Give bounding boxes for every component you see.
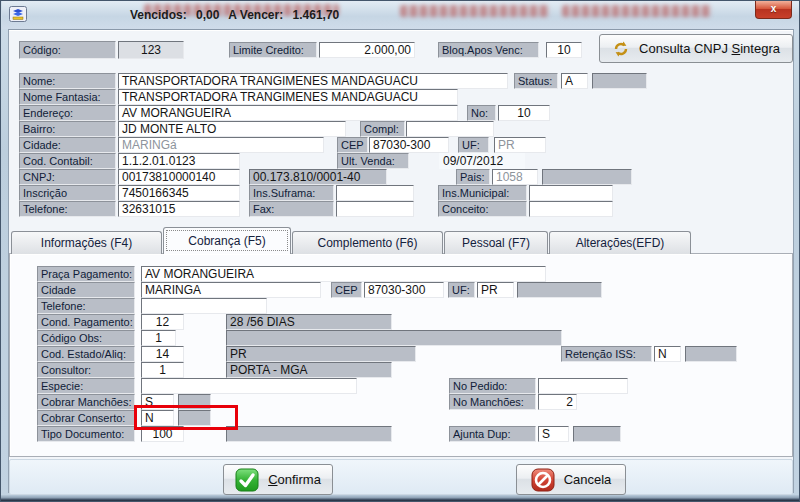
cancela-block-icon <box>531 468 555 492</box>
ins-municipal-label: Ins.Municipal: <box>438 185 527 201</box>
ajunta-dup-desc-box <box>573 426 621 442</box>
cobranca-telefone-field[interactable] <box>141 298 267 314</box>
no-manchoes-field[interactable]: 2 <box>538 394 577 410</box>
redacted-text-blur <box>562 5 712 17</box>
conceito-field[interactable] <box>529 201 613 217</box>
compl-field[interactable] <box>406 121 494 137</box>
consulta-cnpj-sintegra-button[interactable]: Consulta CNPJ Sintegra <box>599 34 793 63</box>
especie-label: Especie: <box>37 378 135 394</box>
status-label: Status: <box>514 73 558 89</box>
cond-pagamento-desc-box: 28 /56 DIAS <box>226 314 392 330</box>
inscricao-field[interactable]: 7450166345 <box>118 185 240 201</box>
bairro-label: Bairro: <box>19 121 116 137</box>
ajunta-dup-field[interactable]: S <box>538 426 569 442</box>
retencao-iss-desc-box <box>685 346 737 362</box>
cod-estado-aliq-field[interactable]: 14 <box>141 346 184 362</box>
bloq-apos-venc-field[interactable]: 10 <box>546 42 582 58</box>
ins-municipal-field[interactable] <box>529 185 613 201</box>
window-bottom-edge <box>1 495 800 501</box>
cep-label: CEP <box>337 137 368 153</box>
cobranca-uf-label: UF: <box>448 282 475 298</box>
app-window: Vencidos: 0,00 A Vencer: 1.461,70 x Códi… <box>0 0 800 502</box>
cancela-button[interactable]: Cancela <box>516 464 626 495</box>
nome-fantasia-label: Nome Fantasia: <box>19 89 116 105</box>
bloq-apos-venc-label: Bloq.Apos Venc: <box>438 42 539 58</box>
annotation-highlight-red-box <box>134 405 238 430</box>
uf-field: PR <box>494 137 546 153</box>
consultor-field[interactable]: 1 <box>141 362 184 378</box>
confirma-check-icon <box>235 468 259 492</box>
codigo-obs-desc-box <box>226 330 562 346</box>
cond-pagamento-field[interactable]: 12 <box>141 314 184 330</box>
cond-pagamento-label: Cond. Pagamento: <box>37 314 135 330</box>
praca-pagamento-field[interactable]: AV MORANGUEIRA <box>141 266 546 282</box>
cod-estado-aliq-desc-box: PR <box>226 346 416 362</box>
cidade-field: MARINGá <box>118 137 324 153</box>
tab-complemento-f6[interactable]: Complemento (F6) <box>292 231 443 254</box>
ult-venda-label: Ult. Venda: <box>337 153 409 169</box>
limite-credito-label: Limite Credito: <box>229 42 317 58</box>
endereco-label: Endereço: <box>19 105 116 121</box>
tab-informacoes-f4[interactable]: Informações (F4) <box>11 231 162 254</box>
consultor-label: Consultor: <box>37 362 135 378</box>
uf-label: UF: <box>458 137 489 153</box>
cnpj-label: CNPJ: <box>19 169 116 185</box>
conceito-label: Conceito: <box>438 201 527 217</box>
cod-contabil-field[interactable]: 1.1.2.01.0123 <box>118 153 240 169</box>
tipo-documento-desc-box <box>226 426 392 442</box>
cancela-button-label: Cancela <box>564 472 612 487</box>
close-button[interactable]: x <box>755 1 792 19</box>
ins-suframa-field[interactable] <box>336 185 414 201</box>
cod-contabil-label: Cod. Contabil: <box>19 153 116 169</box>
confirma-button-label: Confirma <box>268 472 321 487</box>
cod-estado-aliq-label: Cod. Estado/Aliq: <box>37 346 135 362</box>
cobranca-cep-label: CEP <box>331 282 362 298</box>
no-field[interactable]: 10 <box>498 105 550 121</box>
cobranca-telefone-label: Telefone: <box>37 298 135 314</box>
status-field[interactable]: A <box>561 73 588 89</box>
nome-fantasia-field[interactable]: TRANSPORTADORA TRANGIMENES MANDAGUACU <box>118 89 458 105</box>
praca-pagamento-label: Praça Pagamento: <box>37 266 135 282</box>
confirma-button[interactable]: Confirma <box>223 464 333 495</box>
redacted-text-blur <box>400 5 550 17</box>
cep-field[interactable]: 87030-300 <box>369 137 449 153</box>
tab-pessoal-f7[interactable]: Pessoal (F7) <box>444 231 548 254</box>
a-vencer-label: A Vencer: <box>228 8 283 22</box>
limite-credito-field[interactable]: 2.000,00 <box>319 42 415 58</box>
ins-suframa-label: Ins.Suframa: <box>249 185 334 201</box>
endereco-field[interactable]: AV MORANGUEIRA <box>118 105 458 121</box>
retencao-iss-field[interactable]: N <box>654 346 681 362</box>
telefone-field[interactable]: 32631015 <box>118 201 240 217</box>
status-desc-box <box>592 73 647 89</box>
footer-bar <box>9 459 793 495</box>
ajunta-dup-label: Ajunta Dup: <box>449 426 536 442</box>
codigo-field: 123 <box>118 41 184 59</box>
no-label: No: <box>467 105 496 121</box>
cobranca-cep-field[interactable]: 87030-300 <box>364 282 444 298</box>
pais-desc-box <box>542 169 632 185</box>
vencidos-value: 0,00 <box>196 8 219 22</box>
app-icon <box>9 6 27 22</box>
bairro-field[interactable]: JD MONTE ALTO <box>118 121 346 137</box>
cobrar-manchoes-label: Cobrar Manchões: <box>37 394 135 410</box>
tab-alteracoes-efd[interactable]: Alterações(EFD) <box>549 231 691 254</box>
cobranca-cidade-label: Cidade <box>37 282 135 298</box>
retencao-iss-label: Retenção ISS: <box>561 346 652 362</box>
fax-field[interactable] <box>336 201 414 217</box>
tab-cobranca-f5[interactable]: Cobrança (F5) <box>163 227 291 254</box>
no-pedido-field[interactable] <box>538 378 628 394</box>
panel-highlight <box>9 30 793 31</box>
inscricao-label: Inscrição <box>19 185 116 201</box>
codigo-obs-field[interactable]: 1 <box>141 330 176 346</box>
cobranca-uf-field[interactable]: PR <box>477 282 514 298</box>
cnpj-field[interactable]: 00173810000140 <box>118 169 240 185</box>
especie-field[interactable] <box>141 378 357 394</box>
cobrar-conserto-label: Cobrar Conserto: <box>37 410 135 426</box>
nome-label: Nome: <box>19 73 116 89</box>
no-pedido-label: No Pedido: <box>449 378 536 394</box>
nome-field[interactable]: TRANSPORTADORA TRANGIMENES MANDAGUACU <box>118 73 508 89</box>
consultor-desc-box: PORTA - MGA <box>226 362 392 378</box>
ult-venda-value: 09/07/2012 <box>439 153 525 169</box>
cobranca-cidade-field[interactable]: MARINGA <box>141 282 321 298</box>
tipo-documento-label: Tipo Documento: <box>37 426 135 442</box>
